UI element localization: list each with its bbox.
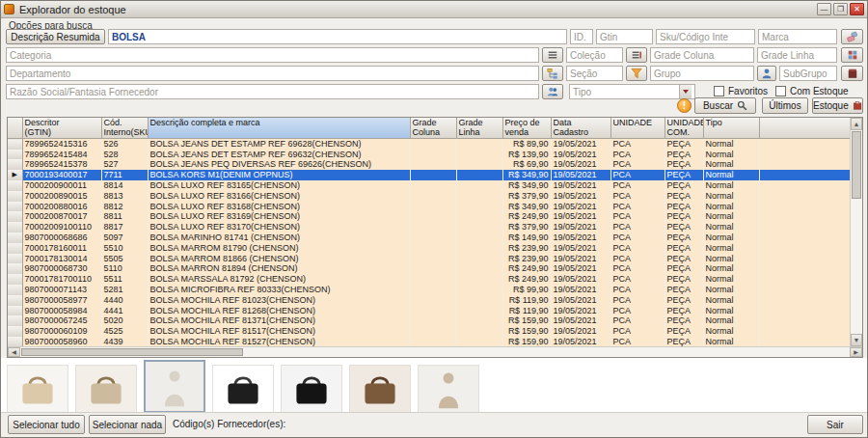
product-thumbnail-bolsa-preta[interactable]	[212, 365, 274, 413]
row-selector[interactable]	[8, 315, 22, 326]
minimize-button[interactable]: —	[817, 3, 831, 15]
row-selector[interactable]	[8, 139, 22, 150]
vertical-scrollbar-track[interactable]	[851, 200, 862, 334]
column-header-tipo[interactable]: Tipo	[703, 118, 759, 139]
table-row[interactable]: 70001781300145505BOLSA MARROM 81866 (CHE…	[8, 254, 850, 264]
tipo-select[interactable]: Tipo	[569, 84, 695, 99]
table-row[interactable]: 98070000589844441BOLSA MOCHILA REF 81268…	[8, 306, 850, 316]
column-header-unidade[interactable]: UNIDADE	[610, 118, 665, 139]
table-row[interactable]: 98070000686865097BOLSA MARINHO 81741 (CH…	[8, 233, 850, 243]
scroll-left-icon[interactable]: ◀	[8, 347, 20, 357]
secao-input[interactable]	[566, 66, 623, 81]
product-thumbnail-foto-modelo-bolsa-marrom[interactable]	[418, 365, 479, 413]
grade-coluna-input[interactable]	[650, 47, 754, 63]
secao-filter-button[interactable]	[626, 66, 647, 81]
row-selector[interactable]: ▶	[8, 170, 22, 180]
selecionar-tudo-button[interactable]: Selecionar tudo	[8, 415, 85, 434]
row-selector[interactable]	[8, 202, 22, 212]
table-row[interactable]: 98070000601094525BOLSA MOCHILA REF 81517…	[8, 326, 850, 337]
horizontal-scrollbar[interactable]: ◀ ▶	[8, 346, 862, 357]
ultimos-button[interactable]: Últimos	[762, 97, 808, 114]
row-selector[interactable]	[8, 285, 22, 295]
column-header-grade_coluna[interactable]: GradeColuna	[410, 118, 456, 139]
colecao-lookup-button[interactable]	[626, 47, 647, 63]
table-row[interactable]: 700017817001105511BOLSA MARSSALA 81792 (…	[8, 274, 850, 285]
buscar-button[interactable]: Buscar	[694, 97, 756, 114]
product-thumbnail-bolsa-bege[interactable]	[75, 365, 137, 413]
estoque-button[interactable]: Estoque	[812, 97, 863, 114]
row-selector[interactable]	[8, 263, 22, 274]
descricao-resumida-input[interactable]	[108, 29, 567, 44]
horizontal-scrollbar-thumb[interactable]	[21, 348, 243, 356]
row-selector[interactable]	[8, 211, 22, 222]
table-row[interactable]: 70001781600115510BOLSA MARROM 81790 (CHE…	[8, 243, 850, 254]
table-row[interactable]: 7899652415378527BOLSA JEANS PEQ DIVERSAS…	[8, 159, 850, 170]
table-row[interactable]: 98070000711435281BOLSA MICROFIBRA REF 80…	[8, 285, 850, 295]
product-thumbnail-foto-modelo-branco[interactable]	[144, 360, 205, 413]
marca-input[interactable]	[758, 29, 837, 44]
table-row[interactable]: 700020091001108817BOLSA LUXO REF 83170(C…	[8, 222, 850, 233]
selecionar-nada-button[interactable]: Selecionar nada	[89, 415, 166, 434]
departamento-lookup-button[interactable]	[542, 66, 563, 81]
fornecedor-input[interactable]	[6, 84, 539, 99]
close-button[interactable]: ✕	[850, 3, 864, 15]
table-row[interactable]: 70002009000118814BOLSA LUXO REF 83165(CH…	[8, 180, 850, 191]
row-selector[interactable]	[8, 337, 22, 346]
horizontal-scrollbar-track[interactable]	[244, 347, 850, 357]
alert-button[interactable]: !	[677, 98, 692, 113]
grade-linha-input[interactable]	[757, 47, 837, 63]
row-selector[interactable]	[8, 191, 22, 202]
grupo-lookup-button[interactable]	[757, 66, 776, 81]
product-thumbnail-bolsa-bege-alcas[interactable]	[7, 365, 68, 413]
column-header-sku[interactable]: Cód.Interno(SKU)	[101, 118, 148, 139]
row-selector[interactable]	[8, 295, 22, 306]
table-row[interactable]: ▶70001934000177711BOLSA KORS M1(DENIM OP…	[8, 170, 850, 180]
column-header-grade_linha[interactable]: GradeLinha	[456, 118, 502, 139]
row-selector[interactable]	[8, 233, 22, 243]
scroll-down-icon[interactable]: ▼	[851, 334, 862, 346]
table-row[interactable]: 98070000672455020BOLSA MOCHILA REF 81371…	[8, 315, 850, 326]
table-row[interactable]: 98070000687305110BOLSA MARRON 81894 (CHE…	[8, 263, 850, 274]
column-header-preco[interactable]: Preço devenda	[502, 118, 551, 139]
scroll-up-icon[interactable]: ▲	[851, 118, 862, 130]
descricao-resumida-button[interactable]: Descrição Resumida	[6, 29, 105, 44]
maximize-button[interactable]: ❐	[833, 3, 848, 15]
row-selector[interactable]	[8, 326, 22, 337]
row-selector[interactable]	[8, 243, 22, 254]
gtin-input[interactable]	[596, 29, 653, 44]
departamento-input[interactable]	[6, 66, 539, 81]
categoria-input[interactable]	[6, 47, 539, 63]
column-header-data[interactable]: DataCadastro	[551, 118, 610, 139]
colecao-input[interactable]	[566, 47, 623, 63]
scroll-right-icon[interactable]: ▶	[850, 347, 862, 357]
row-selector[interactable]	[8, 274, 22, 285]
categoria-lookup-button[interactable]	[542, 47, 563, 63]
table-row[interactable]: 70002008900158813BOLSA LUXO REF 83166(CH…	[8, 191, 850, 202]
row-selector[interactable]	[8, 159, 22, 170]
product-thumbnail-bolsa-preta-tote[interactable]	[281, 365, 342, 413]
vertical-scrollbar-thumb[interactable]	[852, 131, 861, 199]
column-header-gtin[interactable]: Descritor(GTIN)	[22, 118, 101, 139]
row-selector[interactable]	[8, 306, 22, 316]
subgrupo-input[interactable]	[779, 66, 837, 81]
fornecedor-lookup-button[interactable]	[542, 84, 563, 99]
column-header-desc[interactable]: Descrição completa e marca	[148, 118, 410, 139]
product-thumbnail-bolsa-marrom[interactable]	[349, 365, 411, 413]
column-header-unidade_com[interactable]: UNIDADECOM.	[665, 118, 703, 139]
table-row[interactable]: 98070000589604439BOLSA MOCHILA REF 81527…	[8, 337, 850, 346]
sku-input[interactable]	[656, 29, 755, 44]
row-selector[interactable]	[8, 180, 22, 191]
favoritos-checkbox[interactable]: Favoritos	[714, 86, 768, 96]
com-estoque-checkbox[interactable]: Com Estoque	[775, 86, 849, 96]
row-selector[interactable]	[8, 254, 22, 264]
row-selector[interactable]	[8, 150, 22, 160]
id-input[interactable]	[570, 29, 593, 44]
grupo-input[interactable]	[650, 66, 754, 81]
vertical-scrollbar[interactable]: ▲ ▼	[850, 118, 862, 346]
table-row[interactable]: 98070000589774440BOLSA MOCHILA REF 81023…	[8, 295, 850, 306]
row-selector[interactable]	[8, 222, 22, 233]
sair-button[interactable]: Sair	[807, 415, 863, 434]
table-row[interactable]: 7899652415316526BOLSA JEANS DET ESTAMP R…	[8, 139, 850, 150]
grade-lookup-button[interactable]	[841, 47, 863, 63]
clear-filters-button[interactable]	[841, 29, 863, 44]
